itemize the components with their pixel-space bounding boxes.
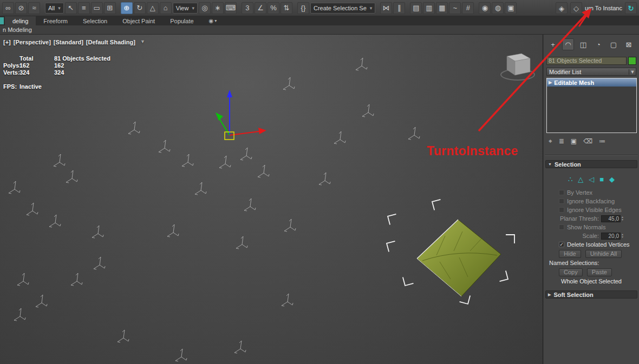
viewport-pov-menu[interactable]: [Perspective] [14, 39, 51, 45]
select-object-icon[interactable]: ↖ [65, 2, 77, 14]
selection-rollout-header[interactable]: ▼ Selection [545, 160, 637, 168]
vertex-subobject-icon[interactable]: ∴ [568, 175, 572, 183]
hide-button[interactable]: Hide [559, 250, 581, 258]
stats-fps-value: Inactive [19, 83, 42, 90]
ignore-backfacing-checkbox[interactable]: Ignore Backfacing [545, 197, 638, 206]
panel-tab-create[interactable]: + [547, 38, 559, 50]
unlink-selection-icon[interactable]: ⊘ [15, 2, 27, 14]
modifier-list-label: Modifier List [549, 69, 581, 75]
spinner-snap-toggle-icon[interactable]: ⇅ [281, 2, 292, 14]
planar-thresh-row: Planar Thresh: 45,0 ▲▼ [545, 214, 638, 223]
ribbon-tab-selection[interactable]: Selection [75, 16, 115, 25]
rectangular-selection-region-icon[interactable]: ▭ [91, 2, 103, 14]
select-and-scale-icon[interactable]: △ [147, 2, 159, 14]
bind-to-space-warp-icon[interactable]: ≈ [28, 2, 40, 14]
viewport-shading-menu[interactable]: [Default Shading] [86, 39, 135, 45]
ribbon-tab-freeform[interactable]: Freeform [36, 16, 75, 25]
panel-tab-hierarchy[interactable]: ◫ [577, 38, 589, 50]
element-subobject-icon[interactable]: ◆ [609, 175, 615, 183]
render-setup-teapot-icon[interactable]: ◈ [556, 2, 568, 14]
pin-stack-icon[interactable]: ⌖ [549, 137, 552, 145]
hide-unhide-row: Hide Unhide All [545, 249, 638, 259]
ribbon-tab-populate[interactable]: Populate [162, 16, 201, 25]
rendered-frame-window-icon[interactable]: ▣ [505, 2, 517, 14]
perspective-viewport[interactable]: [+] [Perspective] [Standard] [Default Sh… [0, 35, 543, 364]
show-normals-checkbox[interactable]: Show Normals [545, 223, 638, 231]
planar-thresh-spinner[interactable]: ▲▼ [621, 216, 624, 221]
toggle-ribbon-icon[interactable]: ▦ [436, 2, 448, 14]
panel-tab-motion[interactable]: ◔ [592, 38, 604, 50]
toggle-layer-explorer-icon[interactable]: ▥ [423, 2, 435, 14]
ribbon-tab-object-paint[interactable]: Object Paint [115, 16, 162, 25]
ignore-visible-edges-checkbox[interactable]: Ignore Visible Edges [545, 206, 638, 214]
stats-polys-selected: 162 [54, 62, 64, 69]
angle-snap-toggle-icon[interactable]: ∠ [255, 2, 266, 14]
panel-tab-display[interactable]: ▢ [608, 38, 620, 50]
planar-thresh-input[interactable]: 45,0 [601, 215, 621, 222]
window-crossing-toggle-icon[interactable]: ⊞ [104, 2, 116, 14]
panel-tab-utilities[interactable]: ⊠ [623, 38, 635, 50]
use-pivot-point-center-icon[interactable]: ◎ [199, 2, 211, 14]
edit-named-selection-sets-icon[interactable]: {} [297, 2, 309, 14]
render-preview-icon[interactable]: ◇ [570, 2, 582, 14]
paste-button[interactable]: Paste [587, 268, 612, 276]
select-and-move-icon[interactable]: ⊕ [121, 2, 133, 14]
viewport-renderer-menu[interactable]: [Standard] [54, 39, 83, 45]
reference-coordinate-dropdown[interactable]: View▾ [173, 3, 198, 14]
modifier-list-dropdown[interactable]: Modifier List ▼ [546, 68, 636, 76]
select-and-rotate-icon[interactable]: ↻ [134, 2, 146, 14]
helper-axis-objects[interactable] [9, 58, 420, 361]
render-setup-icon[interactable]: ◍ [492, 2, 504, 14]
polygon-modeling-panel-label[interactable]: n Modeling [3, 27, 32, 33]
percent-snap-toggle-icon[interactable]: % [268, 2, 279, 14]
turn-to-instance-label[interactable]: urn To Instanc [585, 5, 622, 11]
edge-subobject-icon[interactable]: △ [578, 175, 583, 183]
expand-arrow-icon[interactable]: ▶ [549, 80, 552, 85]
planar-thresh-label: Planar Thresh: [559, 215, 599, 222]
scale-spinner[interactable]: ▲▼ [621, 233, 624, 239]
snap-toggle-3d-icon[interactable]: 3 [242, 2, 253, 14]
viewport-filter-icon[interactable]: ▼ [140, 39, 145, 45]
face-subobject-icon[interactable]: ◁ [589, 175, 594, 183]
named-selection-sets-dropdown[interactable]: Create Selection Se▾ [310, 3, 375, 14]
modifier-stack[interactable]: ▶ Editable Mesh [546, 78, 637, 133]
select-and-place-icon[interactable]: ⌂ [160, 2, 172, 14]
ribbon-config-icon: ◉ [209, 18, 214, 24]
object-name-field[interactable]: 81 Objects Selected [546, 57, 627, 65]
schematic-view-icon[interactable]: # [462, 2, 474, 14]
configure-modifier-sets-icon[interactable]: ≔ [599, 137, 605, 145]
iterative-render-refresh-icon[interactable]: ↻ [625, 2, 637, 14]
move-transform-gizmo[interactable] [216, 90, 266, 140]
stack-item-editable-mesh[interactable]: ▶ Editable Mesh [547, 78, 636, 87]
by-vertex-checkbox[interactable]: By Vertex [545, 188, 638, 197]
leaf-plane-object[interactable] [417, 220, 501, 296]
selection-filter-dropdown[interactable]: All▾ [45, 3, 64, 14]
select-and-link-icon[interactable]: ∞ [2, 2, 14, 14]
dropdown-label: View [176, 5, 189, 11]
curve-editor-icon[interactable]: ~ [449, 2, 461, 14]
remove-modifier-icon[interactable]: ⌫ [583, 137, 592, 145]
object-color-swatch[interactable] [628, 57, 636, 65]
select-by-name-icon[interactable]: ≡ [78, 2, 90, 14]
scale-input[interactable]: 20,0 [601, 233, 621, 240]
make-unique-icon[interactable]: ▣ [571, 137, 577, 145]
toggle-scene-explorer-icon[interactable]: ▤ [410, 2, 422, 14]
material-editor-icon[interactable]: ◉ [479, 2, 491, 14]
toolbar-separator [294, 2, 296, 14]
object-name-row: 81 Objects Selected [546, 57, 636, 65]
mirror-icon[interactable]: ⋈ [380, 2, 392, 14]
show-end-result-icon[interactable]: ≣ [559, 137, 564, 145]
delete-isolated-vertices-checkbox[interactable]: ✓ Delete Isolated Vertices [545, 240, 638, 249]
ribbon-config-dropdown[interactable]: ◉ ▾ [209, 18, 217, 24]
soft-selection-rollout-header[interactable]: ▶ Soft Selection [545, 290, 637, 299]
panel-tab-modify[interactable]: ◠ [562, 38, 574, 50]
view-cube[interactable] [501, 54, 534, 80]
align-icon[interactable]: ∥ [393, 2, 405, 14]
polygon-subobject-icon[interactable]: ■ [599, 175, 604, 183]
unhide-all-button[interactable]: Unhide All [585, 250, 622, 258]
select-and-manipulate-icon[interactable]: ∗ [212, 2, 224, 14]
copy-button[interactable]: Copy [559, 268, 583, 276]
ribbon-tab-deling[interactable]: deling [5, 16, 36, 25]
keyboard-shortcut-override-icon[interactable]: ⌨ [225, 2, 237, 14]
viewport-general-menu[interactable]: [+] [3, 39, 11, 45]
